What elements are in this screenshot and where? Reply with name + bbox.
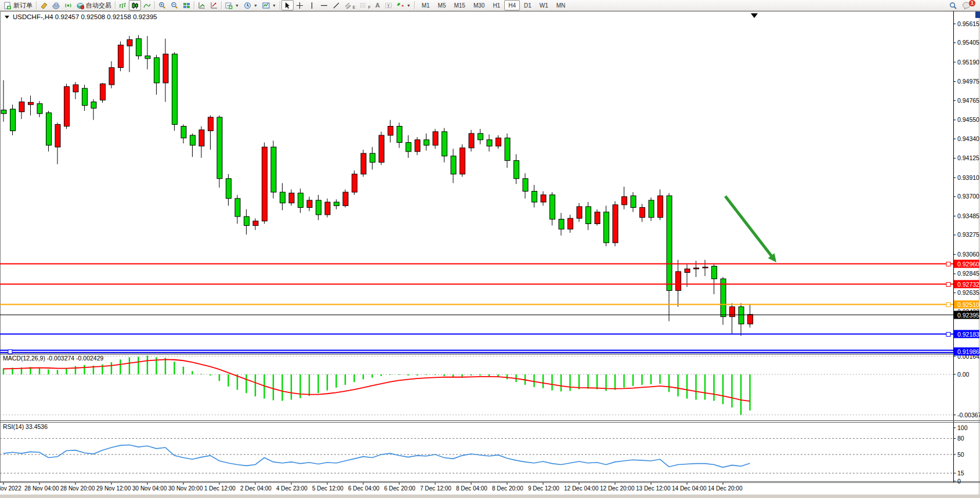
objects-list-button[interactable]: [208, 0, 220, 10]
candle-body: [19, 102, 24, 112]
zoom-out-button[interactable]: [168, 0, 180, 10]
trading-app-window: 0.956150.954050.951900.949750.947650.945…: [0, 0, 980, 498]
tile-windows-button[interactable]: [180, 0, 193, 10]
channel-tool-label: E: [353, 5, 356, 9]
candle-body: [361, 153, 366, 174]
candle-body: [415, 140, 420, 151]
new-chart-icon: [225, 2, 233, 9]
macd-window-label: MACD(12,26,9) -0.003274 -0.002429: [3, 355, 104, 362]
arrows-tool-button[interactable]: ▼: [395, 0, 413, 10]
expert-advisor-button[interactable]: [50, 0, 62, 10]
candle-body: [478, 133, 483, 140]
time-tick-label: 4 Dec 23:00: [276, 485, 308, 492]
time-tick-label: 9 Dec 12:00: [528, 485, 559, 492]
zoom-in-button[interactable]: [156, 0, 168, 10]
candle-body: [298, 193, 303, 208]
candle-body: [523, 179, 528, 192]
candle-body: [559, 219, 564, 229]
toolbar-separator: [414, 1, 415, 9]
timeframe-button-h4[interactable]: H4: [504, 0, 520, 10]
timeframe-button-mn[interactable]: MN: [552, 0, 570, 10]
price-tick-label: 0.93910: [957, 174, 979, 181]
horizontal-line-tool-button[interactable]: [318, 0, 330, 10]
candle-body: [433, 132, 438, 145]
rsi-axis-label: 15: [957, 470, 964, 477]
macd-axis-min: -0.003674: [957, 412, 980, 418]
timeframe-button-h1[interactable]: H1: [489, 0, 504, 10]
timeframe-button-d1[interactable]: D1: [520, 0, 536, 10]
timeframe-button-w1[interactable]: W1: [536, 0, 552, 10]
vertical-line-icon: [308, 2, 316, 9]
cursor-tool-button[interactable]: [281, 0, 294, 10]
time-tick-label: 30 Nov 20:00: [168, 485, 203, 492]
candle-chart-mode-button[interactable]: [129, 0, 141, 10]
line-chart-mode-button[interactable]: [141, 0, 153, 10]
candle-body: [64, 86, 70, 126]
price-tick-label: 0.92845: [957, 270, 979, 277]
price-tick-label: 0.94125: [957, 154, 979, 161]
time-tick-label: 12 Dec 04:00: [564, 485, 599, 492]
candle-body: [343, 192, 348, 205]
hline-price-label: 0.92183: [957, 331, 979, 338]
price-tick-label: 0.94340: [957, 135, 979, 142]
time-tick-label: 2 Dec 04:00: [240, 485, 272, 492]
new-order-icon: [4, 2, 12, 9]
main-toolbar: 新订单 自动交易: [0, 0, 980, 11]
periods-button[interactable]: ▼: [241, 0, 260, 10]
crosshair-tool-button[interactable]: [294, 0, 306, 10]
candle-body: [325, 202, 330, 215]
candle-body: [271, 147, 276, 192]
clock-icon: [244, 2, 251, 9]
text-label-tool-button[interactable]: T: [382, 0, 395, 10]
rsi-axis-label: 0: [957, 478, 961, 485]
timeframe-button-m5[interactable]: M5: [434, 0, 450, 10]
hline-handle[interactable]: [8, 350, 12, 354]
hline-handle[interactable]: [946, 262, 950, 266]
indicator-axes-icon: [198, 2, 205, 9]
price-tick-label: 0.95190: [957, 59, 979, 66]
trendline-tool-button[interactable]: [330, 0, 342, 10]
autotrading-button[interactable]: 自动交易: [74, 0, 114, 10]
text-tool-button[interactable]: A: [373, 0, 382, 10]
notifications-button[interactable]: 1: [963, 2, 972, 9]
candle-body: [136, 39, 142, 56]
trendline-icon: [332, 2, 340, 9]
timeframe-button-m15[interactable]: M15: [450, 0, 469, 10]
search-icon[interactable]: [949, 2, 957, 9]
price-tick-label: 0.94550: [957, 116, 979, 123]
candle-body: [658, 196, 663, 217]
candle-body: [127, 39, 132, 46]
text-tool-icon: A: [375, 2, 380, 9]
bar-chart-mode-button[interactable]: [117, 0, 129, 10]
chart-area[interactable]: 0.956150.954050.951900.949750.947650.945…: [0, 0, 980, 498]
fibonacci-tool-label: F: [368, 5, 370, 9]
templates-button[interactable]: ▼: [260, 0, 279, 10]
new-order-button[interactable]: 新订单: [2, 0, 35, 10]
chart-canvas[interactable]: 0.956150.954050.951900.949750.947650.945…: [0, 0, 980, 498]
vertical-line-tool-button[interactable]: [306, 0, 318, 10]
candle-body: [190, 135, 196, 145]
toolbar-separator: [154, 1, 155, 9]
timeframe-button-m30[interactable]: M30: [469, 0, 489, 10]
timeframe-button-m1[interactable]: M1: [418, 0, 434, 10]
indicators-list-button[interactable]: [196, 0, 208, 10]
candle-body: [424, 140, 429, 145]
add-chart-button[interactable]: ▼: [223, 0, 241, 10]
hline-handle[interactable]: [946, 333, 950, 337]
candle-body: [739, 307, 744, 324]
hline-handle[interactable]: [946, 283, 950, 287]
hline-handle[interactable]: [946, 303, 950, 307]
price-tick-label: 0.93060: [957, 251, 979, 258]
price-tick-label: 0.93700: [957, 193, 979, 200]
hline-price-label: 0.91986: [957, 348, 979, 355]
candle-body: [649, 200, 654, 218]
time-tick-label: 8 Dec 04:00: [456, 485, 487, 492]
candle-body: [370, 153, 375, 163]
styler-button[interactable]: [38, 0, 50, 10]
candle-body: [496, 138, 501, 146]
fibonacci-tool-button[interactable]: F: [357, 0, 373, 10]
channel-tool-button[interactable]: E: [342, 0, 358, 10]
candle-body: [28, 102, 34, 104]
candle-body: [586, 207, 591, 224]
signals-button[interactable]: [62, 0, 74, 10]
